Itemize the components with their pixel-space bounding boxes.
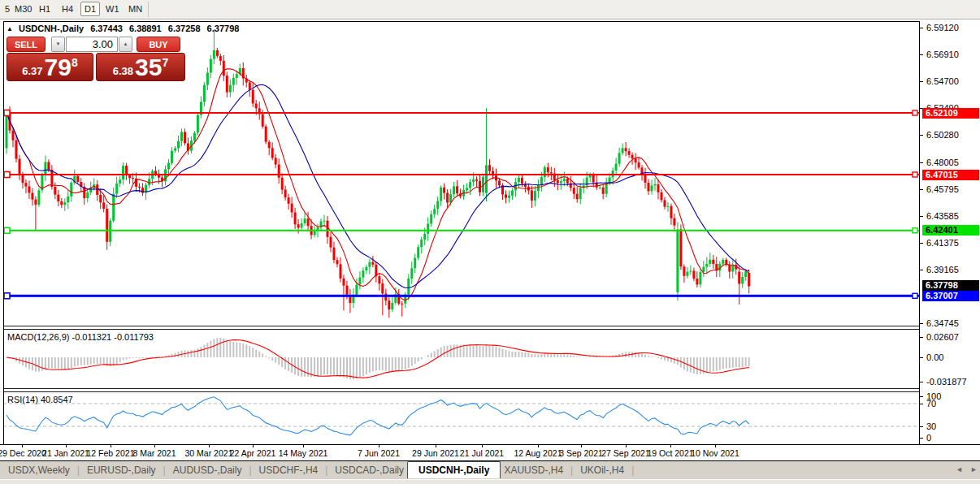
timeframe-button-h4[interactable]: H4	[59, 2, 76, 15]
tab-usdcad-daily[interactable]: USDCAD-,Daily	[332, 465, 407, 476]
tab-usdchf-h4[interactable]: USDCHF-,H4	[256, 465, 322, 476]
hline-price-badge[interactable]: 6.37007	[922, 291, 979, 301]
ohlc-low: 6.37258	[168, 24, 201, 33]
date-tick	[538, 445, 539, 447]
tab-separator: |	[321, 465, 332, 476]
tab-separator: |	[73, 465, 84, 476]
price-tick	[920, 28, 923, 28]
ohlc-high: 6.38891	[129, 24, 162, 33]
tab-scroll-right-icon[interactable]: ►	[970, 465, 978, 473]
timeframe-button-w1[interactable]: W1	[102, 2, 123, 15]
hline-price-badge[interactable]: 6.42401	[922, 225, 979, 236]
ohlc-open: 6.37443	[90, 24, 123, 33]
volume-input[interactable]	[66, 37, 118, 52]
rsi-panel[interactable]	[3, 392, 919, 444]
chart-symbol-label: USDCNH-,Daily	[19, 24, 84, 33]
chart-bottom-border	[0, 444, 980, 445]
date-label: 8 Mar 2021	[132, 448, 176, 458]
timeframe-button-m30[interactable]: M30	[11, 2, 35, 15]
date-tick	[626, 445, 627, 447]
macd-tick-label: 0.00	[926, 352, 943, 362]
sell-button[interactable]: SELL	[7, 37, 46, 52]
rsi-tick-label: 70	[926, 399, 936, 408]
price-tick-label: 6.34745	[926, 318, 959, 328]
price-tick	[920, 270, 923, 270]
date-tick	[303, 445, 304, 447]
price-axis[interactable]: 6.591206.569106.547006.524906.502806.480…	[919, 21, 980, 444]
date-label: 19 Oct 2021	[647, 448, 693, 458]
buy-price-main: 35	[135, 55, 162, 80]
rsi-tick-label: 30	[926, 421, 936, 431]
buy-button[interactable]: BUY	[137, 37, 180, 52]
date-tick	[482, 445, 483, 447]
last-price-badge: 6.37798	[922, 280, 979, 291]
macd-tick-label: -0.031877	[926, 377, 967, 387]
buy-price-box[interactable]: 6.38 35 7	[96, 53, 185, 81]
time-axis[interactable]: 29 Dec 202021 Jan 202112 Feb 20218 Mar 2…	[0, 445, 980, 460]
price-tick-label: 6.56910	[926, 50, 959, 59]
price-tick-label: 6.59120	[926, 23, 959, 32]
rsi-tick	[920, 426, 923, 427]
hline-price-badge[interactable]: 6.52109	[922, 108, 979, 119]
date-label: 27 Sep 2021	[601, 448, 650, 458]
date-tick	[581, 445, 582, 447]
timeframe-button-d1[interactable]: D1	[80, 2, 100, 16]
date-tick	[670, 445, 671, 447]
date-label: 29 Jun 2021	[412, 448, 459, 458]
macd-tick	[920, 337, 923, 338]
panel-separator-macd-rsi[interactable]	[3, 388, 919, 392]
collapse-arrow-icon[interactable]: ▲	[7, 25, 13, 32]
tab-xauusd-h4[interactable]: XAUUSD-,H4	[501, 465, 566, 476]
date-tick	[154, 445, 155, 447]
panel-separator-main-macd[interactable]	[3, 326, 919, 330]
volume-increase-button[interactable]: ▲	[119, 37, 132, 52]
sell-price-box[interactable]: 6.37 79 8	[7, 53, 93, 81]
tab-separator: |	[566, 465, 577, 476]
date-tick	[436, 445, 436, 447]
date-tick	[66, 445, 67, 447]
tab-usdcnh-daily[interactable]: USDCNH-,Daily	[407, 461, 501, 478]
tab-eurusd-daily[interactable]: EURUSD-,Daily	[84, 465, 159, 476]
price-tick	[920, 323, 923, 324]
symbol-tab-bar: USDX,Weekly|EURUSD-,Daily|AUDUSD-,Daily|…	[0, 460, 980, 479]
tab-usdx-weekly[interactable]: USDX,Weekly	[5, 465, 73, 476]
price-tick-label: 6.54700	[926, 76, 959, 86]
status-strip	[0, 479, 980, 484]
volume-decrease-button[interactable]: ▼	[51, 37, 65, 52]
toolbar-separator	[148, 2, 149, 17]
date-label: 12 Aug 2021	[514, 448, 562, 458]
rsi-tick-label: 0	[926, 433, 931, 443]
tab-separator: |	[627, 465, 638, 476]
price-tick	[920, 81, 923, 82]
chevron-down-icon: ▼	[56, 41, 61, 46]
rsi-tick	[920, 404, 923, 404]
timeframe-button-mn[interactable]: MN	[125, 2, 145, 15]
price-tick-label: 6.50280	[926, 130, 959, 140]
macd-label: MACD(12,26,9) -0.011321 -0.011793	[7, 332, 154, 342]
tab-audusd-daily[interactable]: AUDUSD-,Daily	[170, 465, 245, 476]
buy-price-prefix: 6.38	[113, 63, 133, 80]
date-label: 3 Sep 2021	[559, 448, 603, 458]
price-tick	[920, 54, 923, 55]
tab-scroll-left-icon[interactable]: ◄	[956, 465, 963, 473]
buy-price-pip: 7	[162, 56, 168, 69]
date-label: 12 Feb 2021	[87, 448, 135, 458]
sell-price-prefix: 6.37	[22, 63, 42, 80]
price-tick-label: 6.41375	[926, 238, 959, 248]
hline-price-badge[interactable]: 6.47015	[922, 170, 979, 180]
price-tick	[920, 243, 923, 244]
price-tick-label: 6.45795	[926, 184, 959, 194]
ohlc-close: 6.37798	[207, 24, 240, 33]
price-tick	[920, 162, 923, 163]
price-tick-label: 6.43585	[926, 211, 959, 221]
chevron-up-icon: ▲	[124, 41, 128, 46]
timeframe-button-h1[interactable]: H1	[36, 2, 54, 15]
date-tick	[379, 445, 379, 447]
chart-title: ▲ USDCNH-,Daily 6.37443 6.38891 6.37258 …	[7, 24, 239, 33]
tab-separator: |	[245, 465, 255, 476]
date-tick	[22, 445, 23, 447]
rsi-tick	[920, 438, 923, 439]
tab-ukoil-h4[interactable]: UKOil-,H4	[577, 465, 627, 476]
date-label: 22 Apr 2021	[230, 448, 276, 458]
date-tick	[111, 445, 111, 447]
